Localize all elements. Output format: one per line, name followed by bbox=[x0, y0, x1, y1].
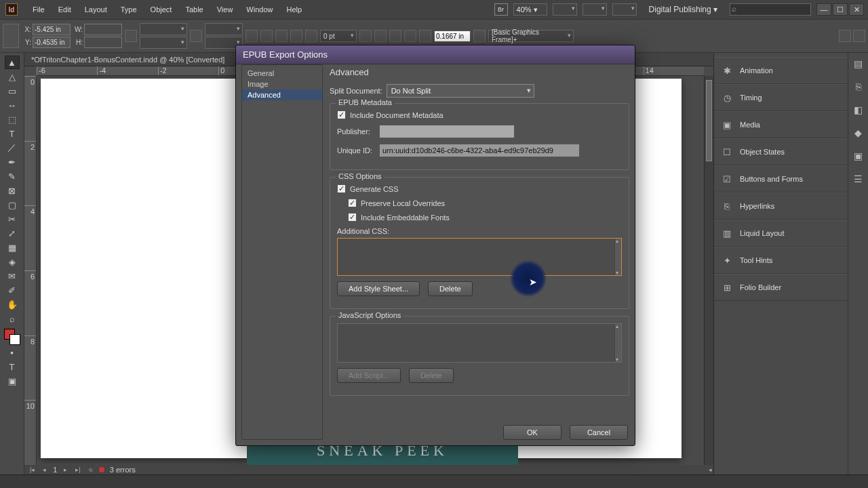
color-strip-icon[interactable]: ▣ bbox=[852, 149, 865, 163]
scroll-left-icon[interactable]: ◂ bbox=[707, 466, 713, 473]
close-button[interactable]: ✕ bbox=[849, 3, 864, 16]
scrollbar-thumb[interactable] bbox=[706, 80, 712, 161]
corner-options-icon[interactable] bbox=[419, 30, 431, 42]
panel-tool-hints[interactable]: ✦Tool Hints bbox=[714, 247, 848, 274]
quick-apply-icon[interactable] bbox=[839, 30, 851, 42]
panel-object-states[interactable]: ☐Object States bbox=[714, 138, 848, 165]
preserve-overrides-checkbox[interactable] bbox=[348, 199, 357, 207]
page-number-field[interactable]: 1 bbox=[53, 466, 57, 474]
links-strip-icon[interactable]: ⎘ bbox=[852, 80, 865, 94]
view-options-dropdown[interactable] bbox=[612, 3, 637, 16]
panel-timing[interactable]: ◷Timing bbox=[714, 84, 848, 111]
dialog-tab-general[interactable]: General bbox=[242, 68, 322, 79]
h-input[interactable] bbox=[84, 37, 122, 48]
scrollbar-vertical[interactable] bbox=[704, 76, 713, 465]
constrain-icon[interactable] bbox=[125, 30, 137, 42]
add-script-button[interactable]: Add Script... bbox=[337, 368, 401, 383]
include-fonts-checkbox[interactable] bbox=[348, 213, 357, 222]
include-metadata-checkbox[interactable] bbox=[337, 110, 346, 119]
type-tool-icon[interactable]: T bbox=[5, 127, 20, 140]
menu-window[interactable]: Window bbox=[239, 5, 279, 14]
panel-media[interactable]: ▣Media bbox=[714, 111, 848, 138]
zoom-dropdown[interactable]: 40% ▾ bbox=[513, 3, 547, 16]
stroke-swatch-icon[interactable] bbox=[305, 30, 317, 42]
css-list-scrollbar[interactable] bbox=[614, 239, 621, 275]
fill-swatch-icon[interactable] bbox=[290, 30, 302, 42]
ok-button[interactable]: OK bbox=[503, 425, 561, 440]
fx-icon[interactable] bbox=[359, 30, 372, 42]
minimize-button[interactable]: — bbox=[816, 3, 831, 16]
gradient-tool-icon[interactable]: ▦ bbox=[5, 241, 20, 254]
control-menu-icon[interactable] bbox=[853, 30, 865, 42]
w-input[interactable] bbox=[84, 24, 122, 35]
add-style-sheet-button[interactable]: Add Style Sheet... bbox=[337, 281, 420, 296]
errors-label[interactable]: 3 errors bbox=[110, 466, 136, 474]
screen-mode-dropdown[interactable] bbox=[553, 3, 577, 16]
gap-tool-icon[interactable]: ↔ bbox=[5, 98, 20, 112]
menu-object[interactable]: Object bbox=[144, 5, 179, 14]
pencil-tool-icon[interactable]: ✎ bbox=[5, 169, 20, 183]
hand-tool-icon[interactable]: ✋ bbox=[5, 298, 20, 311]
panel-animation[interactable]: ✱Animation bbox=[714, 57, 848, 84]
apply-color-icon[interactable]: ▪ bbox=[5, 346, 20, 359]
rectangle-tool-icon[interactable]: ▢ bbox=[5, 198, 20, 211]
split-document-dropdown[interactable]: Do Not Split bbox=[387, 84, 534, 98]
flip-v-icon[interactable] bbox=[260, 30, 273, 42]
open-icon[interactable]: ⎋ bbox=[87, 466, 94, 473]
reference-point-icon[interactable] bbox=[3, 24, 19, 48]
rotate-icon[interactable] bbox=[190, 30, 202, 42]
dialog-title[interactable]: EPUB Export Options bbox=[236, 45, 635, 64]
page-tool-icon[interactable]: ▭ bbox=[5, 84, 20, 98]
selection-tool-icon[interactable]: ▲ bbox=[5, 56, 20, 69]
scale-x-input[interactable] bbox=[140, 23, 187, 35]
help-search-input[interactable] bbox=[730, 3, 811, 16]
menu-file[interactable]: File bbox=[26, 5, 52, 14]
direct-selection-tool-icon[interactable]: △ bbox=[5, 70, 20, 83]
zoom-tool-icon[interactable]: ⌕ bbox=[5, 312, 20, 325]
last-page-icon[interactable]: ▸| bbox=[74, 466, 81, 473]
x-input[interactable]: -5.425 in bbox=[33, 24, 71, 35]
arrange-dropdown[interactable] bbox=[583, 3, 607, 16]
cancel-button[interactable]: Cancel bbox=[570, 425, 628, 440]
panel-hyperlinks[interactable]: ⎘Hyperlinks bbox=[714, 192, 848, 220]
fill-stroke-swatch[interactable] bbox=[4, 329, 20, 345]
menu-type[interactable]: Type bbox=[114, 5, 144, 14]
content-collector-tool-icon[interactable]: ⬚ bbox=[5, 113, 20, 126]
prev-page-icon[interactable]: ◂ bbox=[41, 466, 47, 473]
pen-tool-icon[interactable]: ✒ bbox=[5, 155, 20, 169]
wrap-none-icon[interactable] bbox=[374, 30, 387, 42]
stroke-strip-icon[interactable]: ◆ bbox=[852, 126, 865, 140]
next-page-icon[interactable]: ▸ bbox=[62, 466, 68, 473]
additional-css-list[interactable] bbox=[337, 238, 622, 276]
flip-h-icon[interactable] bbox=[245, 30, 258, 42]
frame-fit-icon[interactable] bbox=[473, 30, 486, 42]
scissors-tool-icon[interactable]: ✂ bbox=[5, 212, 20, 226]
bridge-button[interactable]: Br bbox=[494, 3, 508, 16]
js-list-scrollbar[interactable] bbox=[614, 324, 621, 362]
first-page-icon[interactable]: |◂ bbox=[28, 466, 36, 473]
line-tool-icon[interactable]: ／ bbox=[5, 141, 20, 155]
free-transform-tool-icon[interactable]: ⤢ bbox=[5, 226, 20, 240]
content-grabber-icon[interactable] bbox=[275, 30, 288, 42]
stroke-weight-input[interactable]: 0 pt bbox=[320, 30, 357, 42]
workspace-switcher[interactable]: Digital Publishing ▾ bbox=[642, 5, 724, 14]
formatting-container-icon[interactable]: T bbox=[5, 360, 20, 373]
unique-id-input[interactable]: urn:uuid:d10db246-c6be-4322-aba4-ed9c97e… bbox=[379, 144, 580, 157]
swatches-strip-icon[interactable]: ☰ bbox=[852, 172, 865, 186]
scale-y-input[interactable] bbox=[140, 37, 187, 49]
eyedropper-tool-icon[interactable]: ✐ bbox=[5, 283, 20, 297]
publisher-input[interactable] bbox=[379, 125, 515, 138]
delete-script-button[interactable]: Delete bbox=[409, 368, 454, 383]
wrap-bbox-icon[interactable] bbox=[389, 30, 401, 42]
menu-layout[interactable]: Layout bbox=[78, 5, 114, 14]
dialog-tab-image[interactable]: Image bbox=[242, 79, 322, 89]
panel-buttons-forms[interactable]: ☑Buttons and Forms bbox=[714, 165, 848, 192]
y-input[interactable]: -0.4535 in bbox=[33, 37, 71, 48]
note-tool-icon[interactable]: ✉ bbox=[5, 269, 20, 283]
screen-mode-icon[interactable]: ▣ bbox=[5, 374, 20, 388]
dialog-tab-advanced[interactable]: Advanced bbox=[242, 89, 322, 100]
panel-liquid-layout[interactable]: ▥Liquid Layout bbox=[714, 220, 848, 247]
gradient-feather-tool-icon[interactable]: ◈ bbox=[5, 255, 20, 268]
wrap-shape-icon[interactable] bbox=[404, 30, 416, 42]
pages-strip-icon[interactable]: ▤ bbox=[852, 57, 865, 70]
